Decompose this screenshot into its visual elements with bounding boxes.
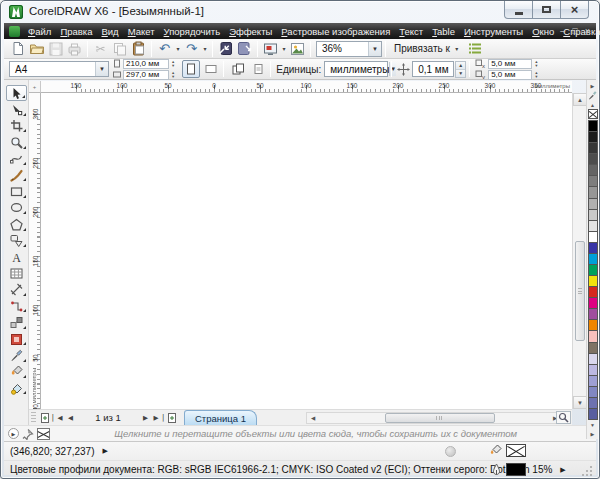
minimize-button[interactable] bbox=[504, 1, 533, 19]
undo-button[interactable]: ↶ bbox=[155, 40, 174, 58]
palette-swatch-9[interactable] bbox=[589, 221, 597, 232]
palette-swatch-25[interactable] bbox=[589, 398, 597, 409]
palette-swatch-11[interactable] bbox=[589, 243, 597, 254]
table-tool[interactable] bbox=[6, 265, 27, 281]
mdi-close-button[interactable]: × bbox=[585, 26, 590, 36]
page-height-field[interactable]: 297,0 мм bbox=[123, 70, 169, 80]
menu-item-6[interactable]: Растровые изображения bbox=[281, 26, 390, 37]
palette-swatch-0[interactable] bbox=[589, 121, 597, 132]
horizontal-scrollbar[interactable]: ◀ ▶ bbox=[306, 412, 562, 424]
zoom-combo-arrow-icon[interactable]: ▼ bbox=[368, 42, 381, 56]
scroll-down-button[interactable]: ▼ bbox=[573, 396, 587, 409]
undo-dropdown[interactable]: ▾ bbox=[174, 45, 182, 52]
page-preset-arrow-icon[interactable]: ▼ bbox=[95, 62, 108, 76]
menu-item-3[interactable]: Макет bbox=[128, 26, 155, 37]
palette-swatch-8[interactable] bbox=[589, 210, 597, 221]
palette-eyedropper-icon[interactable] bbox=[588, 90, 597, 100]
color-profiles-flyout[interactable]: ▶ bbox=[560, 466, 565, 474]
palette-swatch-22[interactable] bbox=[589, 365, 597, 376]
all-pages-button[interactable] bbox=[229, 60, 247, 78]
ellipse-tool[interactable] bbox=[6, 200, 27, 216]
palette-swatch-3[interactable] bbox=[589, 154, 597, 165]
palette-swatch-26[interactable] bbox=[589, 409, 597, 420]
snap-to-button[interactable]: Привязать к ▾ bbox=[389, 41, 466, 57]
menu-item-8[interactable]: Table bbox=[432, 26, 455, 37]
page-tab[interactable]: Страница 1 bbox=[184, 410, 257, 425]
print-button[interactable] bbox=[65, 40, 84, 58]
page-preset-combo[interactable]: A4 ▼ bbox=[9, 61, 109, 77]
palette-swatch-10[interactable] bbox=[589, 232, 597, 243]
menu-item-9[interactable]: Инструменты bbox=[464, 26, 523, 37]
redo-button[interactable]: ↷ bbox=[182, 40, 201, 58]
palette-swatch-18[interactable] bbox=[589, 320, 597, 331]
document-palette-flyout-button[interactable]: ▶ bbox=[8, 428, 19, 439]
last-page-button[interactable]: ▶▕ bbox=[152, 411, 165, 425]
palette-swatch-6[interactable] bbox=[589, 187, 597, 198]
dimension-tool[interactable] bbox=[6, 282, 27, 298]
new-document-button[interactable] bbox=[8, 40, 27, 58]
palette-swatch-14[interactable] bbox=[589, 276, 597, 287]
current-page-button[interactable] bbox=[249, 60, 267, 78]
title-bar[interactable]: CorelDRAW X6 - [Безымянный-1] × bbox=[1, 1, 599, 23]
next-page-button[interactable]: ▶ bbox=[139, 411, 152, 425]
palette-flyout-button[interactable]: ▶ bbox=[588, 81, 598, 90]
horizontal-ruler[interactable]: миллиметры 15010050050100150200250300350 bbox=[41, 81, 572, 93]
freehand-tool[interactable] bbox=[6, 151, 27, 167]
palette-swatch-5[interactable] bbox=[589, 176, 597, 187]
text-tool[interactable]: А bbox=[6, 249, 27, 265]
palette-swatch-21[interactable] bbox=[589, 354, 597, 365]
menu-item-1[interactable]: Правка bbox=[60, 26, 92, 37]
connector-tool[interactable] bbox=[6, 298, 27, 314]
smart-fill-tool[interactable] bbox=[6, 380, 27, 396]
fill-color-swatch[interactable] bbox=[506, 444, 526, 457]
menu-item-0[interactable]: Файл bbox=[28, 26, 51, 37]
dock-grip[interactable] bbox=[31, 412, 36, 424]
mdi-restore-button[interactable]: □ bbox=[572, 26, 577, 36]
document-palette-no-color-swatch[interactable] bbox=[37, 428, 50, 440]
fill-tool[interactable] bbox=[6, 364, 27, 380]
polygon-tool[interactable] bbox=[6, 216, 27, 232]
palette-swatch-13[interactable] bbox=[589, 265, 597, 276]
duplicate-y-spinner[interactable]: ▴▾ bbox=[535, 71, 537, 79]
maximize-button[interactable] bbox=[532, 1, 561, 19]
add-page-end-button[interactable] bbox=[165, 411, 178, 425]
vertical-scroll-thumb[interactable] bbox=[575, 241, 585, 341]
crop-tool[interactable] bbox=[6, 118, 27, 134]
duplicate-x-field[interactable]: 5,0 мм bbox=[488, 59, 532, 69]
palette-swatch-12[interactable] bbox=[589, 254, 597, 265]
menu-item-4[interactable]: Упорядочить bbox=[164, 26, 221, 37]
palette-swatch-19[interactable] bbox=[589, 331, 597, 342]
options-button[interactable] bbox=[466, 40, 485, 58]
palette-swatch-4[interactable] bbox=[589, 165, 597, 176]
import-button[interactable] bbox=[216, 40, 235, 58]
cursor-position-flyout[interactable]: ▶ bbox=[103, 447, 108, 455]
no-color-swatch[interactable] bbox=[588, 109, 598, 119]
palette-swatch-2[interactable] bbox=[589, 143, 597, 154]
page-height-spinner[interactable]: ▴▾ bbox=[172, 71, 174, 79]
previous-page-button[interactable]: ◀ bbox=[64, 411, 77, 425]
resize-grip[interactable] bbox=[582, 465, 593, 476]
palette-swatch-16[interactable] bbox=[589, 298, 597, 309]
vertical-scrollbar[interactable]: ▲ ▼ bbox=[572, 93, 586, 409]
first-page-button[interactable]: ▏◀ bbox=[51, 411, 64, 425]
page-width-field[interactable]: 210,0 мм bbox=[123, 59, 169, 69]
open-button[interactable] bbox=[27, 40, 46, 58]
vertical-ruler[interactable]: миллиметры 300250200150100500 bbox=[29, 93, 41, 409]
save-button[interactable] bbox=[46, 40, 65, 58]
palette-swatch-17[interactable] bbox=[589, 309, 597, 320]
export-button[interactable] bbox=[235, 40, 254, 58]
copy-button[interactable] bbox=[110, 40, 129, 58]
basic-shapes-tool[interactable] bbox=[6, 233, 27, 249]
horizontal-scroll-thumb[interactable] bbox=[385, 413, 495, 423]
outline-color-swatch[interactable] bbox=[506, 463, 526, 476]
landscape-button[interactable] bbox=[202, 60, 220, 78]
ruler-origin[interactable]: + bbox=[29, 81, 41, 93]
menu-item-5[interactable]: Эффекты bbox=[229, 26, 272, 37]
menu-item-10[interactable]: Окно bbox=[532, 26, 554, 37]
close-button[interactable]: × bbox=[560, 1, 589, 19]
palette-expand-button[interactable]: ▶ bbox=[588, 429, 598, 438]
zoom-tool[interactable] bbox=[6, 134, 27, 150]
drawing-canvas[interactable] bbox=[41, 93, 572, 409]
mdi-minimize-button[interactable]: – bbox=[560, 26, 565, 36]
palette-swatch-1[interactable] bbox=[589, 132, 597, 143]
